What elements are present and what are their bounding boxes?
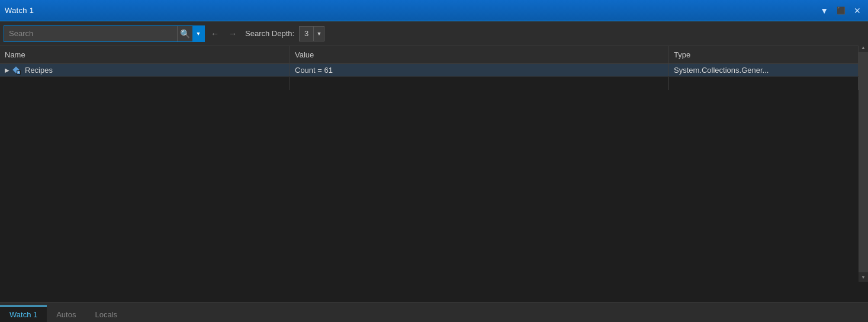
depth-dropdown-arrow-icon: ▼ (316, 31, 322, 37)
empty-area (0, 183, 868, 302)
depth-value: 3 (300, 29, 313, 38)
scroll-down-icon: ▼ (861, 275, 866, 280)
prev-btn: ← (207, 26, 223, 41)
empty-cell-type (669, 77, 859, 90)
next-arrow-icon: → (229, 29, 237, 38)
scrollbar-track[interactable] (859, 52, 868, 272)
window-title: Watch 1 (5, 6, 34, 15)
search-toolbar: 🔍 ▼ ← → Search Depth: 3 ▼ (0, 21, 868, 46)
cell-value: Count = 61 (290, 64, 669, 76)
tab-locals-label: Locals (95, 310, 117, 319)
col-header-name: Name (0, 46, 290, 63)
scrollbar-up-btn[interactable]: ▲ (859, 43, 868, 52)
next-btn: → (225, 26, 240, 41)
row-value-text: Count = 61 (295, 66, 333, 75)
search-depth-label: Search Depth: (245, 29, 294, 38)
collection-icon-svg (12, 66, 21, 75)
col-header-type: Type (669, 46, 859, 63)
prev-arrow-icon: ← (211, 29, 219, 38)
row-type-text: System.Collections.Gener... (674, 66, 769, 75)
tab-watch1-label: Watch 1 (9, 310, 37, 319)
depth-select[interactable]: 3 ▼ (299, 26, 324, 41)
search-dropdown-arrow-icon: ▼ (196, 31, 201, 37)
empty-cell-value (290, 77, 669, 90)
cell-type: System.Collections.Gener... (669, 64, 859, 76)
pin-btn[interactable]: ⬛ (834, 5, 848, 16)
search-icon-btn[interactable]: 🔍 (177, 26, 192, 41)
object-icon (12, 66, 21, 75)
col-header-value: Value (290, 46, 669, 63)
search-dropdown-btn[interactable]: ▼ (192, 25, 204, 42)
close-btn[interactable]: ✕ (851, 5, 863, 17)
tab-autos-label: Autos (56, 310, 76, 319)
svg-rect-3 (18, 72, 19, 73)
cell-name: ▶ Recipes (0, 64, 290, 76)
tab-watch1[interactable]: Watch 1 (0, 305, 47, 322)
tab-locals[interactable]: Locals (85, 305, 127, 322)
table-body: ▶ Recipes Count = 61 (0, 64, 868, 183)
search-box-wrapper: 🔍 ▼ (4, 25, 205, 42)
dropdown-arrow-btn[interactable]: ▼ (818, 5, 831, 17)
tab-bar: Watch 1 Autos Locals (0, 302, 868, 322)
title-bar: Watch 1 ▼ ⬛ ✕ (0, 0, 868, 21)
row-name-text: Recipes (25, 66, 53, 75)
expand-arrow-icon[interactable]: ▶ (5, 67, 9, 73)
search-input[interactable] (4, 26, 177, 41)
depth-dropdown-btn[interactable]: ▼ (313, 27, 324, 41)
scroll-up-icon: ▲ (861, 45, 866, 50)
table-row-empty[interactable] (0, 77, 868, 90)
title-bar-left: Watch 1 (5, 6, 34, 15)
tab-autos[interactable]: Autos (47, 305, 85, 322)
content-area: Name Value Type ▶ (0, 46, 868, 302)
scrollbar[interactable]: ▲ ▼ (859, 43, 868, 282)
table-row[interactable]: ▶ Recipes Count = 61 (0, 64, 868, 77)
empty-cell-name (0, 77, 290, 90)
scrollbar-down-btn[interactable]: ▼ (859, 272, 868, 282)
search-icon: 🔍 (180, 29, 190, 38)
main-content: 🔍 ▼ ← → Search Depth: 3 ▼ Name (0, 21, 868, 302)
title-bar-controls: ▼ ⬛ ✕ (818, 5, 863, 17)
table-header: Name Value Type (0, 46, 868, 64)
